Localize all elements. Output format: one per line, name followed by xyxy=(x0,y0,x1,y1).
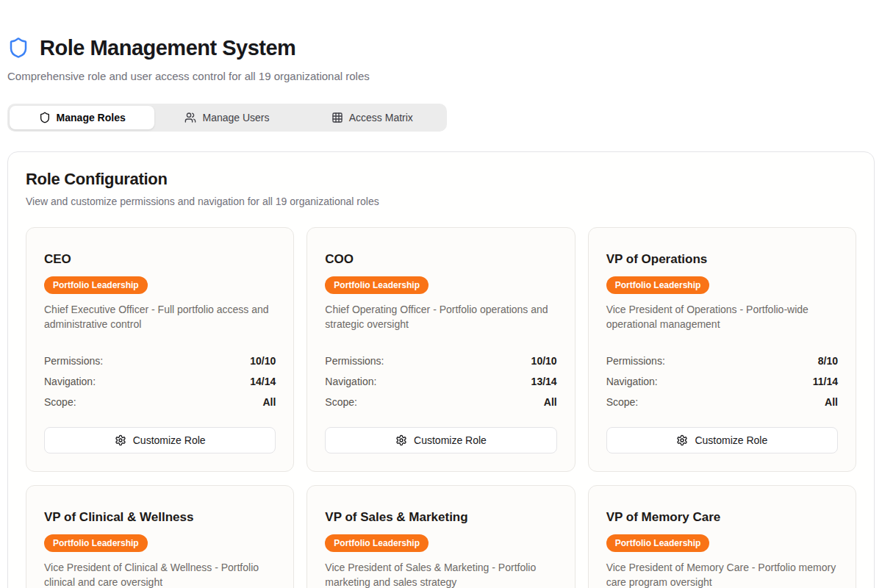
customize-role-label: Customize Role xyxy=(414,434,487,446)
panel-subtitle: View and customize permissions and navig… xyxy=(26,196,856,207)
customize-role-label: Customize Role xyxy=(133,434,206,446)
shield-icon xyxy=(39,112,51,123)
stat-label: Permissions: xyxy=(44,355,103,367)
role-category-badge: Portfolio Leadership xyxy=(606,534,710,552)
role-category-badge: Portfolio Leadership xyxy=(325,534,429,552)
role-category-badge: Portfolio Leadership xyxy=(606,276,710,294)
role-category-badge: Portfolio Leadership xyxy=(44,276,148,294)
gear-icon xyxy=(115,434,126,446)
role-name: CEO xyxy=(44,252,276,267)
role-description: Chief Executive Officer - Full portfolio… xyxy=(44,302,276,331)
stat-row-permissions: Permissions:10/10 xyxy=(44,351,276,371)
role-description: Vice President of Operations - Portfolio… xyxy=(606,302,838,331)
tab-access-matrix[interactable]: Access Matrix xyxy=(300,106,445,129)
role-stats: Permissions:8/10Navigation:11/14Scope:Al… xyxy=(606,351,838,412)
role-name: VP of Memory Care xyxy=(606,510,838,525)
stat-row-permissions: Permissions:8/10 xyxy=(606,351,838,371)
role-configuration-panel: Role Configuration View and customize pe… xyxy=(7,151,875,588)
tab-label: Manage Roles xyxy=(57,112,126,123)
role-category-badge: Portfolio Leadership xyxy=(325,276,429,294)
role-name: VP of Clinical & Wellness xyxy=(44,510,276,525)
stat-value: 11/14 xyxy=(813,376,838,387)
stat-value: 10/10 xyxy=(531,355,557,367)
tab-manage-users[interactable]: Manage Users xyxy=(154,106,299,129)
page-title: Role Management System xyxy=(40,36,295,60)
stat-row-navigation: Navigation:13/14 xyxy=(325,371,556,392)
role-category-badge: Portfolio Leadership xyxy=(44,534,148,552)
stat-value: All xyxy=(544,396,557,408)
customize-role-button[interactable]: Customize Role xyxy=(325,427,556,453)
role-description: Vice President of Sales & Marketing - Po… xyxy=(325,560,556,588)
role-name: VP of Operations xyxy=(606,252,838,267)
stat-row-scope: Scope:All xyxy=(606,392,838,412)
stat-row-navigation: Navigation:14/14 xyxy=(44,371,276,392)
shield-icon xyxy=(7,35,29,60)
role-card: VP of Clinical & Wellness Portfolio Lead… xyxy=(26,485,294,588)
stat-value: All xyxy=(825,396,838,408)
stat-label: Scope: xyxy=(325,396,357,408)
customize-role-button[interactable]: Customize Role xyxy=(44,427,276,453)
role-card: VP of Memory Care Portfolio Leadership V… xyxy=(588,485,856,588)
stat-row-scope: Scope:All xyxy=(44,392,276,412)
stat-value: 13/14 xyxy=(531,376,557,387)
role-stats: Permissions:10/10Navigation:13/14Scope:A… xyxy=(325,351,556,412)
page-header: Role Management System Comprehensive rol… xyxy=(7,0,875,82)
role-description: Chief Operating Officer - Portfolio oper… xyxy=(325,302,556,331)
role-name: VP of Sales & Marketing xyxy=(325,510,556,525)
users-icon xyxy=(184,112,196,123)
stat-value: 8/10 xyxy=(818,355,838,367)
stat-row-permissions: Permissions:10/10 xyxy=(325,351,556,371)
tab-manage-roles[interactable]: Manage Roles xyxy=(10,106,154,129)
stat-row-scope: Scope:All xyxy=(325,392,556,412)
gear-icon xyxy=(676,434,688,446)
stat-label: Navigation: xyxy=(606,376,658,387)
stat-value: 14/14 xyxy=(250,376,276,387)
role-name: COO xyxy=(325,252,556,267)
role-card: VP of Sales & Marketing Portfolio Leader… xyxy=(306,485,575,588)
role-stats: Permissions:10/10Navigation:14/14Scope:A… xyxy=(44,351,276,412)
stat-label: Permissions: xyxy=(606,355,665,367)
customize-role-button[interactable]: Customize Role xyxy=(606,427,838,453)
stat-label: Permissions: xyxy=(325,355,384,367)
role-description: Vice President of Memory Care - Portfoli… xyxy=(606,560,838,588)
role-card: COO Portfolio Leadership Chief Operating… xyxy=(306,227,575,472)
stat-label: Navigation: xyxy=(325,376,376,387)
tab-bar: Manage Roles Manage Users Access Matrix xyxy=(7,104,447,132)
stat-label: Navigation: xyxy=(44,376,96,387)
tab-label: Access Matrix xyxy=(349,112,413,123)
role-card: VP of Operations Portfolio Leadership Vi… xyxy=(588,227,856,472)
gear-icon xyxy=(395,434,407,446)
customize-role-label: Customize Role xyxy=(695,434,767,446)
tab-label: Manage Users xyxy=(202,112,269,123)
panel-title: Role Configuration xyxy=(26,170,856,189)
role-management-page: Role Management System Comprehensive rol… xyxy=(0,0,882,588)
stat-label: Scope: xyxy=(44,396,76,408)
stat-value: 10/10 xyxy=(250,355,276,367)
role-card-grid: CEO Portfolio Leadership Chief Executive… xyxy=(26,227,856,588)
stat-value: All xyxy=(262,396,276,408)
stat-label: Scope: xyxy=(606,396,639,408)
role-card: CEO Portfolio Leadership Chief Executive… xyxy=(26,227,294,472)
role-description: Vice President of Clinical & Wellness - … xyxy=(44,560,276,588)
page-subtitle: Comprehensive role and user access contr… xyxy=(7,70,875,82)
grid-icon xyxy=(331,112,343,123)
stat-row-navigation: Navigation:11/14 xyxy=(606,371,838,392)
